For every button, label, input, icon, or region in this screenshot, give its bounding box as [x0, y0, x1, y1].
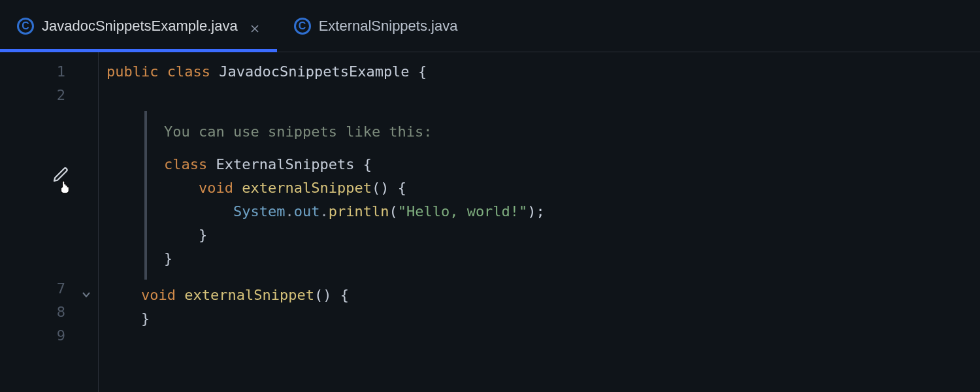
code-line: [99, 84, 980, 107]
java-class-icon: C: [17, 18, 34, 35]
tab-label: ExternalSnippets.java: [319, 18, 458, 35]
pointer-cursor-icon: [57, 179, 74, 203]
line-number: 7: [0, 277, 98, 301]
javadoc-description: You can use snippets like this:: [164, 120, 980, 144]
tab-active-file[interactable]: C JavadocSnippetsExample.java: [0, 0, 277, 52]
close-icon[interactable]: [250, 21, 260, 31]
code-line: }: [99, 307, 980, 331]
tab-label: JavadocSnippetsExample.java: [42, 18, 238, 35]
code-line: void externalSnippet() {: [99, 284, 980, 307]
editor: 1 2 7 8 9 public class JavadocSnipp: [0, 52, 980, 392]
line-number: 2: [0, 84, 98, 107]
code-line: public class JavadocSnippetsExample {: [99, 60, 980, 84]
doc-gutter-spacer: [0, 107, 98, 277]
javadoc-rendered-block[interactable]: You can use snippets like this: class Ex…: [144, 111, 980, 280]
ide-root: C JavadocSnippetsExample.java C External…: [0, 0, 980, 392]
code-area[interactable]: public class JavadocSnippetsExample { Yo…: [98, 52, 980, 392]
line-number: 9: [0, 324, 98, 348]
javadoc-snippet-code: class ExternalSnippets { void externalSn…: [164, 153, 980, 270]
tab-file[interactable]: C ExternalSnippets.java: [277, 0, 475, 52]
gutter: 1 2 7 8 9: [0, 52, 98, 392]
tab-strip: C JavadocSnippetsExample.java C External…: [0, 0, 980, 52]
java-class-icon: C: [294, 18, 311, 35]
line-number: 1: [0, 60, 98, 84]
code-line: [99, 331, 980, 354]
chevron-down-icon[interactable]: [81, 284, 91, 307]
